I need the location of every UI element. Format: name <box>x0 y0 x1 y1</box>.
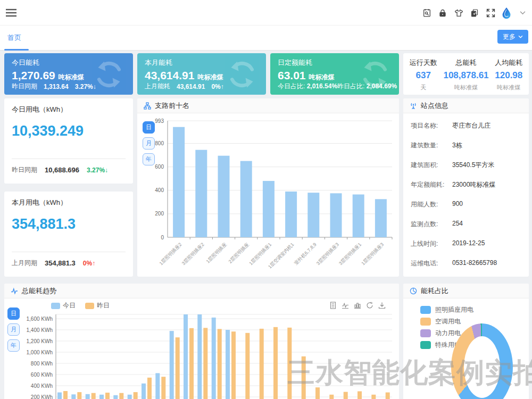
kpi-sub-label: 昨日同期 <box>12 82 37 91</box>
svg-text:1层照明插座: 1层照明插座 <box>205 242 227 264</box>
site-label: 项目名称: <box>411 121 452 132</box>
svg-text:2层照明插座: 2层照明插座 <box>228 242 250 264</box>
top-navbar <box>0 0 532 26</box>
site-value: 254 <box>452 220 463 230</box>
site-label: 建筑数量: <box>411 141 452 152</box>
svg-text:1层照明插座1: 1层照明插座1 <box>248 242 272 266</box>
site-label: 运维电话: <box>411 259 452 270</box>
recycle-icon <box>93 59 126 93</box>
svg-text:1,000 KWh: 1,000 KWh <box>27 350 53 355</box>
kpi-card-month-energy: 本月能耗 43,614.91吨标准煤 上月能耗43,614.910%↑ <box>137 53 266 95</box>
kpi-card-daily-quota-energy: 日定额能耗 63.01吨标准煤 今日占比: 2,016.54%昨日占比: 2,0… <box>270 53 399 95</box>
stat-running-days: 运行天数 637 天 <box>403 53 443 95</box>
copy-doc-icon[interactable] <box>469 7 480 18</box>
stat-unit: 天 <box>403 84 443 92</box>
pie-legend-power[interactable]: 动力用电 <box>420 329 461 338</box>
legend-swatch <box>420 341 431 349</box>
chevron-down-icon <box>518 35 523 38</box>
site-label: 上线时间: <box>411 239 452 250</box>
stat-value: 637 <box>403 70 443 81</box>
recycle-icon <box>226 59 259 93</box>
svg-text:993: 993 <box>155 118 164 124</box>
pie-icon <box>410 287 417 295</box>
kpi-sub-delta: 0%↑ <box>211 83 223 90</box>
svg-text:800 KWh: 800 KWh <box>31 361 53 367</box>
svg-text:400: 400 <box>155 187 164 193</box>
site-value: 900 <box>452 200 463 211</box>
svg-text:0: 0 <box>161 235 164 240</box>
site-value: 枣庄市台儿庄 <box>452 121 491 132</box>
today-power-value: 10,339.249 <box>12 123 84 139</box>
kpi-sub-label: 上月能耗 <box>145 82 170 91</box>
site-label: 用能人数: <box>411 200 452 211</box>
water-drop-logo[interactable] <box>501 7 512 18</box>
more-button-label: 更多 <box>503 32 516 41</box>
stat-unit: 吨标准煤 <box>443 84 488 92</box>
compare-label: 上月同期 <box>12 259 37 268</box>
stat-total-energy: 总能耗 108,878.61 吨标准煤 <box>443 53 488 95</box>
navbar-actions <box>421 0 528 26</box>
theme-tshirt-icon[interactable] <box>453 7 464 18</box>
svg-text:400 KWh: 400 KWh <box>31 383 53 389</box>
energy-share-panel: 能耗占比 照明插座用电 空调用电 动力用电 特殊用电 <box>403 284 529 399</box>
svg-text:1层照明插座3: 1层照明插座3 <box>360 242 385 266</box>
divider <box>12 159 126 159</box>
divider <box>12 252 126 252</box>
site-label: 年定额能耗: <box>411 180 452 191</box>
tab-active-underline <box>4 49 29 51</box>
kpi-unit: 吨标准煤 <box>59 73 84 81</box>
site-label: 监测点数: <box>411 220 452 230</box>
kpi-sub-value: 43,614.91 <box>177 83 205 90</box>
kpi-sub-value: 1,313.64 <box>44 83 69 90</box>
panel-title: 支路前十名 <box>155 101 189 111</box>
lock-icon[interactable] <box>437 7 448 18</box>
svg-text:1,600 KWh: 1,600 KWh <box>27 316 53 322</box>
site-label: 建筑面积: <box>411 161 452 171</box>
panel-title: 今日用电（kWh） <box>12 105 67 114</box>
kpi-unit: 吨标准煤 <box>197 73 223 81</box>
svg-text:1层照明插座2: 1层照明插座2 <box>159 242 183 266</box>
antenna-icon <box>410 102 417 110</box>
branch-network-icon <box>144 102 151 110</box>
site-value: 0531-82665798 <box>452 259 497 270</box>
month-power-value: 354,881.3 <box>12 216 76 232</box>
fullscreen-icon[interactable] <box>485 7 496 18</box>
trend-bar-chart: 1,600 KWh1,400 KWh1,200 KWh1,000 KWh800 … <box>4 298 399 399</box>
pie-legend-hvac[interactable]: 空调用电 <box>420 317 461 326</box>
stat-label: 运行天数 <box>403 58 443 68</box>
energy-trend-panel: 总能耗趋势 今日 昨日 日 月 年 1,600 KWh1,400 KWh1,20… <box>4 284 399 399</box>
menu-hamburger-icon[interactable] <box>5 8 17 18</box>
recycle-icon <box>359 59 392 93</box>
notepad-tool-icon[interactable] <box>421 7 432 18</box>
kpi-card-today-energy: 今日能耗 1,270.69吨标准煤 昨日同期1,313.643.27%↓ <box>4 53 133 95</box>
legend-label: 空调用电 <box>435 317 461 326</box>
legend-label: 照明插座用电 <box>435 305 473 314</box>
site-info-panel: 站点信息 项目名称:枣庄市台儿庄 建筑数量:3栋 建筑面积:35540.5平方米… <box>403 98 529 277</box>
chevron-down-icon[interactable] <box>517 7 528 18</box>
stat-value: 120.98 <box>489 70 529 81</box>
more-button[interactable]: 更多 <box>497 30 528 44</box>
compare-label: 昨日同期 <box>12 165 37 174</box>
pie-legend-lighting[interactable]: 照明插座用电 <box>420 305 473 314</box>
tab-bar: 首页 更多 <box>0 26 532 51</box>
legend-swatch <box>420 318 431 326</box>
svg-text:800: 800 <box>155 140 164 146</box>
delta-badge: 3.27%↓ <box>87 167 108 174</box>
kpi-value: 43,614.91 <box>145 69 194 81</box>
legend-swatch <box>420 306 431 314</box>
summary-stats-panel: 运行天数 637 天 总能耗 108,878.61 吨标准煤 人均能耗 120.… <box>403 53 529 95</box>
kpi-sub-value: 2,016.54% <box>307 82 337 90</box>
site-value: 2019-12-25 <box>452 239 485 250</box>
svg-text:1,400 KWh: 1,400 KWh <box>27 327 53 333</box>
legend-swatch <box>420 329 431 337</box>
svg-text:600: 600 <box>155 164 164 170</box>
svg-text:1,200 KWh: 1,200 KWh <box>27 338 53 344</box>
stat-value: 108,878.61 <box>443 70 488 81</box>
panel-title: 能耗占比 <box>421 286 448 296</box>
kpi-unit: 吨标准煤 <box>309 73 335 81</box>
site-value: 3栋 <box>452 141 462 152</box>
tab-home[interactable]: 首页 <box>7 33 21 43</box>
month-power-panel: 本月用电（kWh） 354,881.3 上月同期 354,881.3 0%↑ <box>4 192 133 277</box>
compare-value: 10,688.696 <box>45 166 79 174</box>
branch-bar-chart: 99380060040020001层照明插座23层照明插座21层照明插座2层照明… <box>137 113 399 277</box>
